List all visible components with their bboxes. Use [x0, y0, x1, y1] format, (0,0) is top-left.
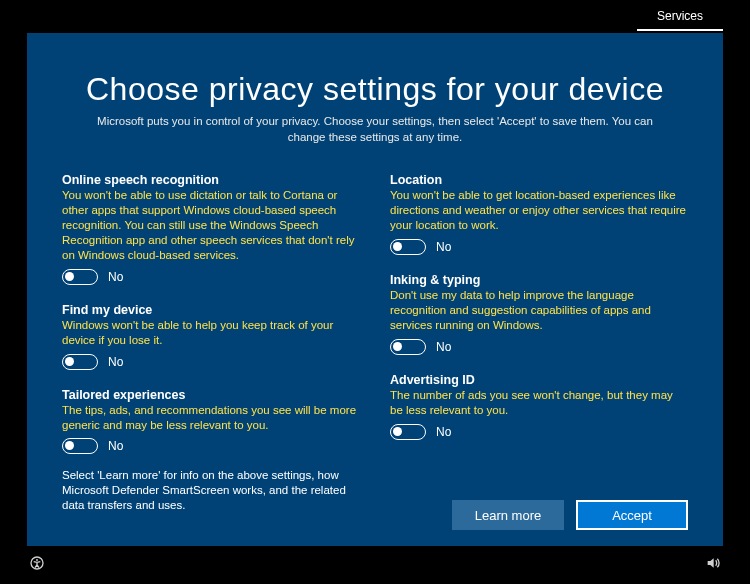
toggle-state-label: No — [108, 270, 123, 284]
toggle-knob — [393, 242, 402, 251]
setting-inking-typing: Inking & typing Don't use my data to hel… — [390, 273, 688, 355]
taskbar — [27, 552, 723, 574]
setting-description: The tips, ads, and recommendations you s… — [62, 403, 360, 433]
find-device-toggle[interactable] — [62, 354, 98, 370]
button-row: Learn more Accept — [452, 500, 688, 530]
footnote: Select 'Learn more' for info on the abov… — [62, 468, 360, 513]
toggle-row: No — [390, 239, 688, 255]
setting-location: Location You won't be able to get locati… — [390, 173, 688, 255]
setting-description: The number of ads you see won't change, … — [390, 388, 688, 418]
volume-icon[interactable] — [703, 553, 723, 573]
tab-bar: Services — [637, 9, 723, 31]
right-column: Location You won't be able to get locati… — [390, 173, 688, 513]
left-column: Online speech recognition You won't be a… — [62, 173, 360, 513]
setting-title: Tailored experiences — [62, 388, 360, 402]
toggle-knob — [65, 441, 74, 450]
privacy-panel: Choose privacy settings for your device … — [27, 33, 723, 546]
toggle-state-label: No — [108, 439, 123, 453]
toggle-row: No — [62, 438, 360, 454]
setting-description: Don't use my data to help improve the la… — [390, 288, 688, 333]
toggle-state-label: No — [436, 340, 451, 354]
setting-online-speech: Online speech recognition You won't be a… — [62, 173, 360, 285]
toggle-row: No — [62, 354, 360, 370]
toggle-knob — [65, 357, 74, 366]
speech-toggle[interactable] — [62, 269, 98, 285]
setting-find-my-device: Find my device Windows won't be able to … — [62, 303, 360, 370]
toggle-state-label: No — [108, 355, 123, 369]
svg-point-1 — [36, 559, 38, 561]
toggle-knob — [65, 272, 74, 281]
setting-description: You won't be able to use dictation or ta… — [62, 188, 360, 263]
toggle-knob — [393, 342, 402, 351]
learn-more-button[interactable]: Learn more — [452, 500, 564, 530]
setting-title: Location — [390, 173, 688, 187]
toggle-state-label: No — [436, 240, 451, 254]
setting-title: Online speech recognition — [62, 173, 360, 187]
setting-description: Windows won't be able to help you keep t… — [62, 318, 360, 348]
setting-advertising-id: Advertising ID The number of ads you see… — [390, 373, 688, 440]
settings-grid: Online speech recognition You won't be a… — [62, 173, 688, 513]
ease-of-access-icon[interactable] — [27, 553, 47, 573]
toggle-state-label: No — [436, 425, 451, 439]
setting-title: Advertising ID — [390, 373, 688, 387]
page-subtitle: Microsoft puts you in control of your pr… — [85, 114, 665, 145]
setting-title: Find my device — [62, 303, 360, 317]
toggle-row: No — [390, 339, 688, 355]
tailored-toggle[interactable] — [62, 438, 98, 454]
toggle-knob — [393, 427, 402, 436]
setting-title: Inking & typing — [390, 273, 688, 287]
adid-toggle[interactable] — [390, 424, 426, 440]
setting-description: You won't be able to get location-based … — [390, 188, 688, 233]
toggle-row: No — [62, 269, 360, 285]
page-title: Choose privacy settings for your device — [62, 71, 688, 108]
toggle-row: No — [390, 424, 688, 440]
tab-services[interactable]: Services — [637, 5, 723, 31]
location-toggle[interactable] — [390, 239, 426, 255]
setting-tailored-experiences: Tailored experiences The tips, ads, and … — [62, 388, 360, 455]
inking-toggle[interactable] — [390, 339, 426, 355]
accept-button[interactable]: Accept — [576, 500, 688, 530]
